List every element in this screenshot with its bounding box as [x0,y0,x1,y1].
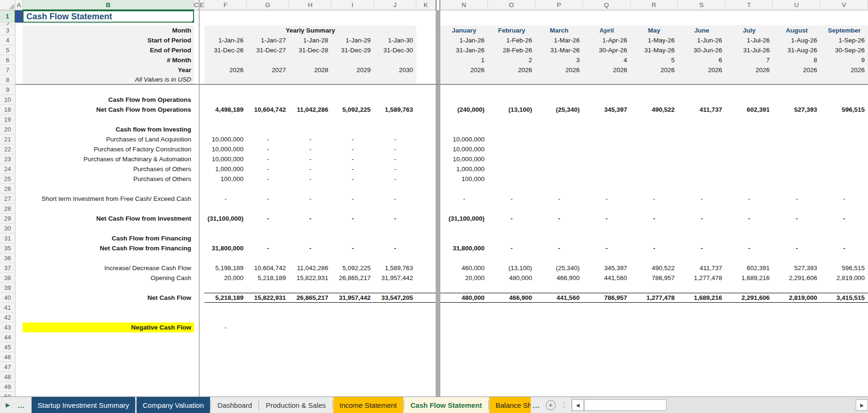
cell-Q4[interactable]: 1-Apr-26 [583,35,631,45]
column-header-T[interactable]: T [725,0,773,10]
cell-B24[interactable]: Purchases of Others [23,164,194,174]
cell-H49[interactable] [289,382,332,392]
cell-J27[interactable]: - [374,194,416,204]
cell-C30[interactable] [194,223,199,233]
column-header-I[interactable]: I [332,0,374,10]
cell-Q26[interactable] [583,184,631,194]
pane-split-bar[interactable] [436,243,440,253]
cell-O29[interactable]: - [488,214,535,223]
cell-E22[interactable] [199,144,204,154]
cell-P43[interactable] [535,322,583,332]
cell-A44[interactable] [16,332,23,342]
cell-N5[interactable]: 31-Jan-26 [440,45,488,55]
cell-B39[interactable] [23,283,194,293]
cell-Q8[interactable] [583,75,631,85]
column-header-P[interactable]: P [535,0,583,10]
sheet-tab-startup-investment-summary[interactable]: Startup Investment Summary [32,397,135,413]
column-header-C[interactable]: C [194,0,199,10]
cell-E9[interactable] [199,85,204,95]
cell-A8[interactable] [16,75,23,85]
cell-B42[interactable] [23,313,194,322]
cell-G41[interactable] [247,303,289,313]
cell-A50[interactable] [16,392,23,396]
cell-K43[interactable] [416,322,436,332]
cell-P42[interactable] [535,313,583,322]
cell-Q21[interactable] [583,134,631,144]
cell-S35[interactable]: - [678,243,725,253]
cell-K1[interactable] [416,10,436,23]
cell-N6[interactable]: 1 [440,55,488,65]
cell-Q41[interactable] [583,303,631,313]
cell-A22[interactable] [16,144,23,154]
cell-G20[interactable] [247,124,289,134]
cell-B50[interactable] [23,392,194,396]
cell-P4[interactable]: 1-Mar-26 [535,35,583,45]
cell-P37[interactable]: (25,340) [535,263,583,273]
cell-P18[interactable]: (25,340) [535,105,583,115]
cell-R44[interactable] [631,332,678,342]
column-header-E[interactable]: E [199,0,204,10]
cell-I28[interactable] [332,204,374,214]
cell-U42[interactable] [773,313,820,322]
cell-C20[interactable] [194,124,199,134]
cell-C10[interactable] [194,95,199,105]
cell-S3[interactable]: June [678,25,725,35]
cell-I39[interactable] [332,283,374,293]
cell-T23[interactable] [725,154,773,164]
cell-A40[interactable] [16,293,23,303]
pane-split-bar[interactable] [436,124,440,134]
cell-N37[interactable]: 460,000 [440,263,488,273]
cell-Q38[interactable]: 441,560 [583,273,631,283]
cell-U5[interactable]: 31-Aug-26 [773,45,820,55]
cell-C45[interactable] [194,342,199,352]
cell-N28[interactable] [440,204,488,214]
cell-N35[interactable]: 31,800,000 [440,243,488,253]
cell-R39[interactable] [631,283,678,293]
cell-N4[interactable]: 1-Jan-26 [440,35,488,45]
cell-C27[interactable] [194,194,199,204]
cell-J10[interactable] [374,95,416,105]
cell-K6[interactable] [416,55,436,65]
cell-F29[interactable]: (31,100,000) [204,214,247,223]
cell-J40[interactable]: 33,547,205 [374,293,416,303]
cell-G23[interactable]: - [247,154,289,164]
cell-C29[interactable] [194,214,199,223]
cell-N40[interactable]: 480,000 [440,293,488,303]
cell-I4[interactable]: 1-Jan-29 [332,35,374,45]
cell-A30[interactable] [16,223,23,233]
column-header-V[interactable]: V [820,0,868,10]
pane-split-bar[interactable] [436,332,440,342]
cell-T44[interactable] [725,332,773,342]
cell-S47[interactable] [678,362,725,372]
cell-F49[interactable] [204,382,247,392]
cell-B37[interactable]: Increase/ Decrease Cash Flow [23,263,194,273]
cell-U41[interactable] [773,303,820,313]
cell-U43[interactable] [773,322,820,332]
cell-E4[interactable] [199,35,204,45]
cell-N47[interactable] [440,362,488,372]
cell-O40[interactable]: 466,900 [488,293,535,303]
cell-I35[interactable]: - [332,243,374,253]
cell-H25[interactable]: - [289,174,332,184]
cell-E30[interactable] [199,223,204,233]
cell-S7[interactable]: 2026 [678,65,725,75]
cell-P30[interactable] [535,223,583,233]
pane-split-bar[interactable] [436,154,440,164]
column-header-H[interactable]: H [289,0,332,10]
cell-K18[interactable] [416,105,436,115]
cell-K8[interactable] [416,75,436,85]
cell-H30[interactable] [289,223,332,233]
cell-T43[interactable] [725,322,773,332]
cell-E18[interactable] [199,105,204,115]
cell-I43[interactable] [332,322,374,332]
cell-S21[interactable] [678,134,725,144]
cell-R4[interactable]: 1-May-26 [631,35,678,45]
cell-O43[interactable] [488,322,535,332]
cell-E24[interactable] [199,164,204,174]
cell-O23[interactable] [488,154,535,164]
cell-Q35[interactable]: - [583,243,631,253]
cell-I21[interactable]: - [332,134,374,144]
pane-split-bar[interactable] [436,214,440,223]
cell-H37[interactable]: 11,042,286 [289,263,332,273]
cell-I46[interactable] [332,352,374,362]
